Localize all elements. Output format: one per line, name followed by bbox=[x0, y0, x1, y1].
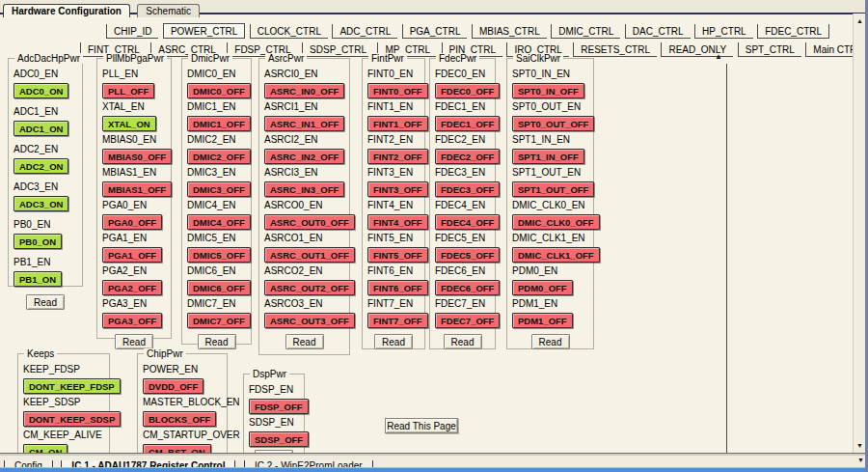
state-toggle-button[interactable]: ASRC_IN3_OFF bbox=[264, 181, 344, 197]
state-toggle-button[interactable]: FINT4_OFF bbox=[367, 214, 428, 230]
state-toggle-button[interactable]: ADC3_ON bbox=[14, 196, 68, 211]
state-toggle-button[interactable]: MBIAS0_OFF bbox=[102, 149, 172, 164]
state-toggle-button[interactable]: DMIC6_OFF bbox=[187, 280, 251, 295]
state-toggle-button[interactable]: BLOCKS_OFF bbox=[143, 411, 216, 427]
register-tab[interactable]: MBIAS_CTRL bbox=[472, 24, 547, 39]
group-chippwr: ChipPwr POWER_EN DVDD_OFF MASTER_BLOCK_E… bbox=[137, 353, 228, 467]
state-toggle-button[interactable]: FDEC3_OFF bbox=[435, 181, 500, 197]
state-toggle-button[interactable]: DMIC_CLK1_OFF bbox=[512, 247, 600, 263]
state-toggle-button[interactable]: FINT6_OFF bbox=[367, 280, 428, 295]
state-toggle-button[interactable]: PB1_ON bbox=[14, 271, 62, 287]
state-toggle-button[interactable]: DMIC7_OFF bbox=[187, 313, 251, 328]
state-toggle-button[interactable]: MBIAS1_OFF bbox=[102, 181, 172, 197]
state-toggle-button[interactable]: PB0_ON bbox=[14, 234, 62, 249]
state-toggle-button[interactable]: FINT1_OFF bbox=[367, 116, 428, 131]
register-tab[interactable]: DMIC_CTRL bbox=[551, 24, 620, 39]
state-toggle-button[interactable]: SPT0_IN_OFF bbox=[512, 83, 584, 98]
state-toggle-button[interactable]: PGA1_OFF bbox=[102, 247, 162, 263]
state-toggle-button[interactable]: FDEC7_OFF bbox=[435, 313, 500, 328]
register-tab[interactable]: CHIP_ID bbox=[106, 24, 158, 39]
field-label: PGA1_EN bbox=[102, 233, 166, 243]
state-toggle-button[interactable]: ASRC_OUT2_OFF bbox=[264, 280, 355, 295]
register-tab[interactable]: DAC_CTRL bbox=[625, 24, 691, 39]
state-toggle-button[interactable]: PGA3_OFF bbox=[102, 313, 162, 328]
register-tab[interactable]: RESETS_CTRL bbox=[573, 42, 657, 57]
read-button[interactable]: Read bbox=[198, 334, 236, 349]
read-button[interactable]: Read bbox=[285, 334, 324, 349]
register-tab[interactable]: ADC_CTRL bbox=[332, 24, 397, 39]
state-toggle-button[interactable]: FDSP_OFF bbox=[249, 399, 309, 414]
state-toggle-button[interactable]: ADC0_ON bbox=[14, 83, 68, 98]
state-toggle-button[interactable]: ASRC_IN2_OFF bbox=[264, 149, 344, 164]
window-tab[interactable]: Schematic bbox=[137, 4, 200, 17]
register-field: FINT1_EN FINT1_OFF bbox=[367, 101, 420, 131]
state-toggle-button[interactable]: SPT1_IN_OFF bbox=[512, 149, 584, 164]
state-toggle-button[interactable]: FINT2_OFF bbox=[367, 149, 428, 164]
bottom-tabbar: Config IC 1 - ADAU1787 Register Control … bbox=[0, 456, 868, 467]
state-toggle-button[interactable]: PGA0_OFF bbox=[102, 214, 162, 230]
state-toggle-button[interactable]: FINT7_OFF bbox=[367, 313, 428, 328]
state-toggle-button[interactable]: ADC2_ON bbox=[14, 158, 68, 174]
state-toggle-button[interactable]: ADC1_ON bbox=[14, 121, 68, 136]
register-tab[interactable]: SDSP_CTRL bbox=[302, 42, 373, 57]
register-tab[interactable]: READ_ONLY bbox=[661, 42, 733, 57]
state-toggle-button[interactable]: FDEC5_OFF bbox=[435, 247, 500, 263]
state-toggle-button[interactable]: FDEC1_OFF bbox=[435, 116, 500, 131]
state-toggle-button[interactable]: FINT3_OFF bbox=[367, 181, 428, 197]
field-label: FINT5_EN bbox=[367, 233, 420, 243]
state-toggle-button[interactable]: DMIC5_OFF bbox=[187, 247, 251, 263]
panel-scroll-up-icon[interactable]: ▲ bbox=[715, 53, 722, 61]
state-toggle-button[interactable]: PDM0_OFF bbox=[512, 280, 573, 295]
field-label: FINT1_EN bbox=[367, 101, 420, 112]
tab-scroll-down-icon[interactable]: ▼ bbox=[857, 457, 864, 463]
state-toggle-button[interactable]: ASRC_OUT0_OFF bbox=[264, 214, 355, 230]
window-tab[interactable]: Hardware Configuration bbox=[3, 4, 130, 17]
state-toggle-button[interactable]: PDM1_OFF bbox=[512, 313, 573, 328]
state-toggle-button[interactable]: DMIC2_OFF bbox=[187, 149, 251, 164]
state-toggle-button[interactable]: ASRC_IN1_OFF bbox=[264, 116, 344, 131]
state-toggle-button[interactable]: SPT1_OUT_OFF bbox=[512, 181, 594, 197]
field-label: DMIC5_EN bbox=[187, 233, 246, 243]
state-toggle-button[interactable]: FINT0_OFF bbox=[367, 83, 428, 98]
read-button[interactable]: Read bbox=[115, 334, 153, 349]
read-this-page-button[interactable]: Read This Page bbox=[385, 418, 458, 433]
register-tab[interactable]: PGA_CTRL bbox=[402, 24, 468, 39]
state-toggle-button[interactable]: DMIC4_OFF bbox=[187, 214, 251, 230]
register-tab[interactable]: CLOCK_CTRL bbox=[250, 24, 328, 39]
read-button[interactable]: Read bbox=[26, 294, 65, 310]
read-button[interactable]: Read bbox=[374, 334, 413, 349]
state-toggle-button[interactable]: FINT5_OFF bbox=[367, 247, 428, 263]
register-field: DMIC2_EN DMIC2_OFF bbox=[187, 134, 246, 164]
read-button[interactable]: Read bbox=[531, 334, 570, 349]
state-toggle-button[interactable]: ASRC_OUT1_OFF bbox=[264, 247, 355, 263]
state-toggle-button[interactable]: ASRC_OUT3_OFF bbox=[264, 313, 355, 328]
vertical-scrollbar[interactable]: ▲ ▼ bbox=[853, 14, 865, 454]
state-toggle-button[interactable]: DONT_KEEP_SDSP bbox=[23, 411, 121, 427]
state-toggle-button[interactable]: SDSP_OFF bbox=[249, 431, 309, 447]
field-label: FINT3_EN bbox=[367, 167, 420, 178]
state-toggle-button[interactable]: DMIC0_OFF bbox=[187, 83, 251, 98]
state-toggle-button[interactable]: FDEC4_OFF bbox=[435, 214, 500, 230]
register-tab[interactable]: SPT_CTRL bbox=[738, 42, 801, 57]
field-label: DMIC2_EN bbox=[187, 134, 246, 145]
state-toggle-button[interactable]: FDEC2_OFF bbox=[435, 149, 500, 164]
state-toggle-button[interactable]: DMIC_CLK0_OFF bbox=[512, 214, 600, 230]
state-toggle-button[interactable]: SPT0_OUT_OFF bbox=[512, 116, 594, 131]
register-field: SPT0_IN_EN SPT0_IN_OFF bbox=[512, 69, 588, 98]
state-toggle-button[interactable]: DVDD_OFF bbox=[143, 378, 203, 394]
state-toggle-button[interactable]: DMIC1_OFF bbox=[187, 116, 251, 131]
state-toggle-button[interactable]: PGA2_OFF bbox=[102, 280, 162, 295]
state-toggle-button[interactable]: DMIC3_OFF bbox=[187, 181, 251, 197]
field-label: ADC2_EN bbox=[14, 144, 77, 154]
register-field: PB0_EN PB0_ON bbox=[14, 219, 77, 249]
read-button[interactable]: Read bbox=[444, 334, 482, 349]
register-tab[interactable]: FDEC_CTRL bbox=[757, 24, 829, 39]
state-toggle-button[interactable]: FDEC0_OFF bbox=[435, 83, 500, 98]
state-toggle-button[interactable]: DONT_KEEP_FDSP bbox=[23, 378, 121, 394]
state-toggle-button[interactable]: ASRC_IN0_OFF bbox=[264, 83, 344, 98]
state-toggle-button[interactable]: PLL_OFF bbox=[102, 83, 154, 98]
register-tab[interactable]: POWER_CTRL bbox=[163, 23, 245, 39]
state-toggle-button[interactable]: FDEC6_OFF bbox=[435, 280, 500, 295]
register-tab[interactable]: HP_CTRL bbox=[694, 24, 753, 39]
state-toggle-button[interactable]: XTAL_ON bbox=[102, 116, 156, 131]
